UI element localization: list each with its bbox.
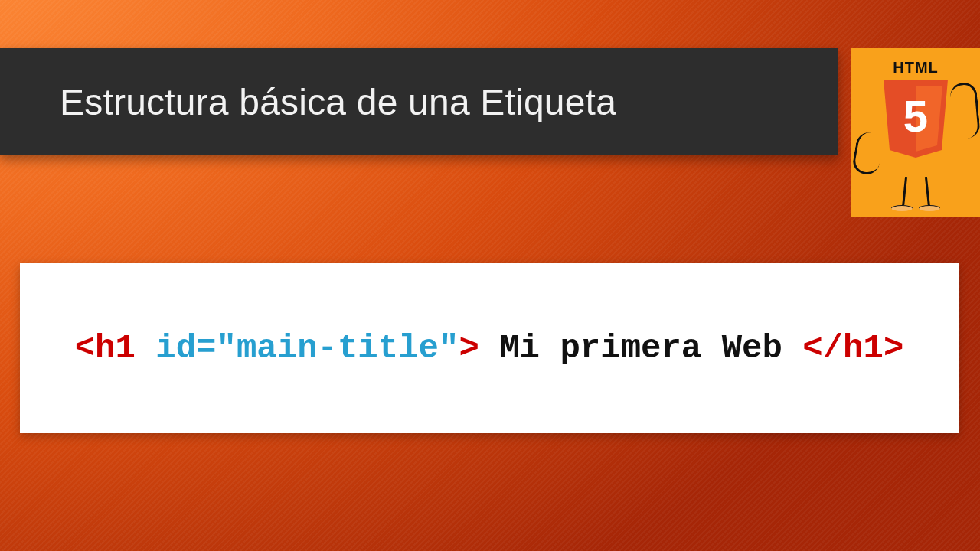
token-attribute: id="main-title" bbox=[155, 329, 459, 367]
token-close-bracket: > bbox=[459, 329, 479, 367]
slide-title: Estructura básica de una Etiqueta bbox=[60, 81, 616, 123]
logo-foot-right bbox=[919, 205, 940, 211]
html5-badge-icon: HTML 5 bbox=[877, 59, 954, 161]
html5-shield-icon: 5 bbox=[877, 77, 954, 161]
token-content: Mi primera Web bbox=[479, 329, 802, 367]
html5-logo: HTML 5 bbox=[851, 48, 980, 217]
html5-glyph: 5 bbox=[903, 91, 928, 141]
logo-leg-right bbox=[925, 177, 930, 207]
logo-foot-left bbox=[891, 205, 913, 211]
code-example: <h1 id="main-title"> Mi primera Web </h1… bbox=[75, 329, 904, 367]
title-bar: Estructura básica de una Etiqueta bbox=[0, 48, 838, 155]
token-close-open: </ bbox=[802, 329, 843, 367]
code-example-box: <h1 id="main-title"> Mi primera Web </h1… bbox=[20, 263, 959, 433]
token-close-tag: h1 bbox=[843, 329, 884, 367]
token-close-close: > bbox=[884, 329, 903, 367]
token-open-bracket: < bbox=[75, 329, 95, 367]
html5-wordmark: HTML bbox=[893, 59, 939, 77]
slide: Estructura básica de una Etiqueta HTML 5… bbox=[0, 0, 980, 551]
logo-leg-left bbox=[902, 177, 907, 207]
token-space bbox=[136, 329, 155, 367]
token-tag-name: h1 bbox=[95, 329, 136, 367]
